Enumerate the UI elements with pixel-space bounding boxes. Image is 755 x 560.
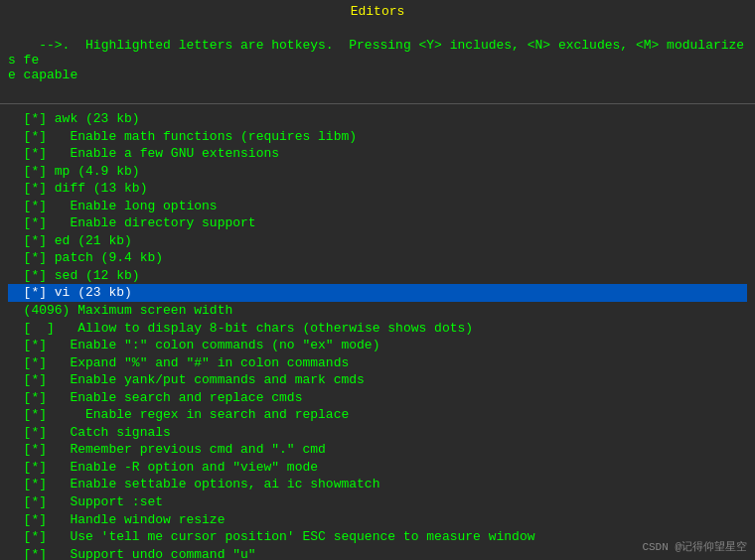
list-item: [*] ed (21 kb)	[8, 232, 747, 250]
list-item: [*] Enable ":" colon commands (no "ex" m…	[8, 337, 747, 354]
terminal: Editors -->. Highlighted letters are hot…	[0, 0, 755, 560]
list-item: (4096) Maximum screen width	[8, 302, 747, 320]
list-item: [*] Enable a few GNU extensions	[8, 145, 747, 163]
list-item: [*] Remember previous cmd and "." cmd	[8, 441, 747, 459]
header-line: -->. Highlighted letters are hotkeys. Pr…	[0, 21, 755, 99]
list-item: [*] Enable math functions (requires libm…	[8, 128, 747, 146]
title-bar: Editors	[0, 0, 755, 21]
list-item: [*] Catch signals	[8, 424, 747, 442]
list-item: [ ] Allow to display 8-bit chars (otherw…	[8, 320, 747, 338]
list-item: [*] sed (12 kb)	[8, 267, 747, 285]
list-item: [*] Expand "%" and "#" in colon commands	[8, 354, 747, 372]
list-item: [*] Enable long options	[8, 198, 747, 215]
list-item: [*] Enable -R option and "view" mode	[8, 459, 747, 477]
list-item: [*] Enable regex in search and replace	[8, 406, 747, 424]
divider	[0, 103, 755, 104]
watermark: CSDN @记得仰望星空	[642, 539, 747, 554]
list-item: [*] Support undo command "u"	[8, 546, 747, 560]
list-item: [*] awk (23 kb)	[8, 110, 747, 128]
list-item: [*] vi (23 kb)	[8, 284, 747, 302]
list-item: [*] Enable directory support	[8, 214, 747, 232]
content-area: [*] awk (23 kb) [*] Enable math function…	[0, 108, 755, 560]
title-text: Editors	[351, 4, 405, 19]
list-item: [*] mp (4.9 kb)	[8, 163, 747, 181]
list-item: [*] patch (9.4 kb)	[8, 249, 747, 267]
list-item: [*] Enable settable options, ai ic showm…	[8, 476, 747, 493]
list-item: [*] Handle window resize	[8, 511, 747, 529]
list-item: [*] Use 'tell me cursor position' ESC se…	[8, 528, 747, 546]
list-item: [*] Enable search and replace cmds	[8, 389, 747, 407]
list-item: [*] diff (13 kb)	[8, 180, 747, 198]
list-item: [*] Support :set	[8, 493, 747, 511]
list-item: [*] Enable yank/put commands and mark cm…	[8, 371, 747, 389]
